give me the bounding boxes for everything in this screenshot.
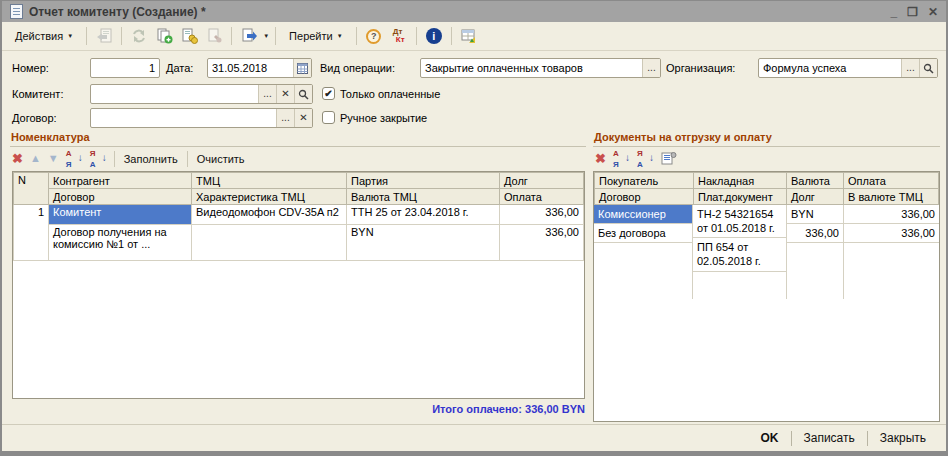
currency-cell[interactable]: BYN bbox=[347, 225, 500, 261]
documents-table-body[interactable]: Комиссионер Без договора ТН-2 54321654 о… bbox=[594, 205, 939, 418]
number-value: 1 bbox=[91, 59, 159, 77]
credit-glyph: Кт bbox=[393, 36, 405, 44]
sort-ascending-icon[interactable]: А Я ↓ bbox=[66, 151, 83, 167]
column-header[interactable]: Договор bbox=[595, 189, 694, 205]
number-field[interactable]: 1 bbox=[90, 58, 160, 78]
clear-table-button[interactable]: Очистить bbox=[195, 151, 247, 167]
tmc-cell[interactable]: Видеодомофон CDV-35A п2 bbox=[192, 205, 347, 225]
operation-kind-value: Закрытие оплаченных товаров bbox=[421, 59, 642, 77]
column-header[interactable]: Долг bbox=[500, 173, 584, 189]
column-header[interactable]: Характеристика ТМЦ bbox=[192, 189, 347, 205]
choose-button[interactable]: ... bbox=[276, 109, 294, 127]
organization-label: Организация: bbox=[666, 58, 735, 78]
paid-only-checkbox[interactable]: ✔ bbox=[322, 87, 335, 100]
committent-field[interactable]: ... ✕ bbox=[90, 84, 313, 104]
write-document-icon[interactable] bbox=[93, 26, 115, 46]
output-icon[interactable] bbox=[238, 26, 260, 46]
actions-menu-button[interactable]: Действия ▼ bbox=[8, 26, 80, 46]
column-header[interactable]: Оплата bbox=[844, 173, 939, 189]
payment-cell[interactable]: 336,00 bbox=[844, 205, 939, 224]
reread-icon[interactable] bbox=[128, 26, 150, 46]
sort-descending-icon[interactable]: Я А ↓ bbox=[90, 151, 107, 167]
move-down-icon[interactable]: ▼ bbox=[48, 153, 59, 164]
counterparty-cell[interactable]: Комитент bbox=[49, 205, 192, 225]
close-button[interactable]: Закрыть bbox=[868, 429, 938, 447]
column-header[interactable]: Валюта ТМЦ bbox=[347, 189, 500, 205]
clear-button[interactable]: ✕ bbox=[276, 85, 294, 103]
column-header[interactable]: N bbox=[14, 173, 49, 205]
window-title: Отчет комитенту (Создание) * bbox=[29, 5, 206, 19]
column-header[interactable]: ТМЦ bbox=[192, 173, 347, 189]
help-icon[interactable]: ? bbox=[363, 26, 385, 46]
payment-document-cell[interactable]: ПП 654 от 02.05.2018 г. bbox=[693, 238, 786, 272]
paid-only-checkbox-label[interactable]: Только оплаченные bbox=[340, 84, 440, 104]
document-window: Отчет комитенту (Создание) * _ ❒ ✕ Дейст… bbox=[0, 0, 948, 456]
magnifier-icon[interactable] bbox=[294, 85, 312, 103]
delete-row-icon[interactable]: ✖ bbox=[12, 152, 23, 165]
minimize-button[interactable]: _ bbox=[890, 5, 897, 19]
invoice-cell[interactable]: ТН-2 54321654 от 01.05.2018 г. bbox=[693, 205, 786, 238]
column-header[interactable]: Накладная bbox=[694, 173, 787, 189]
table-header-row: Договор Плат.документ Долг В валюте ТМЦ bbox=[595, 189, 939, 205]
post-document-icon[interactable] bbox=[178, 26, 200, 46]
save-button[interactable]: Записать bbox=[792, 429, 867, 447]
contract-field[interactable]: ... ✕ bbox=[90, 108, 313, 128]
characteristic-cell[interactable] bbox=[192, 225, 347, 261]
column-header[interactable]: Плат.документ bbox=[694, 189, 787, 205]
nomenclature-table[interactable]: N Контрагент ТМЦ Партия Долг Договор Хар… bbox=[12, 171, 585, 399]
output-dropdown-arrow-icon[interactable]: ▼ bbox=[263, 33, 269, 39]
choose-button[interactable]: ... bbox=[642, 59, 660, 77]
column-header[interactable]: Покупатель bbox=[595, 173, 694, 189]
debt-cell[interactable]: 336,00 bbox=[787, 224, 843, 243]
contract-cell[interactable]: Без договора bbox=[594, 224, 692, 243]
toolbar-separator bbox=[356, 27, 357, 45]
move-up-icon[interactable]: ▲ bbox=[30, 153, 41, 164]
total-paid: Итого оплачено: 336,00 BYN bbox=[10, 403, 585, 415]
column-header[interactable]: Контрагент bbox=[49, 173, 192, 189]
sort-descending-icon[interactable]: Я А ↓ bbox=[637, 151, 654, 167]
operation-kind-field[interactable]: Закрытие оплаченных товаров ... bbox=[420, 58, 661, 78]
go-menu-button[interactable]: Перейти ▼ bbox=[282, 26, 350, 46]
table-row[interactable]: Договор получения на комиссию №1 от ... … bbox=[14, 225, 584, 261]
toolbar-separator bbox=[114, 151, 115, 167]
unpost-document-icon[interactable] bbox=[203, 26, 225, 46]
currency-cell[interactable]: BYN bbox=[787, 205, 843, 224]
fill-button[interactable]: Заполнить bbox=[122, 151, 180, 167]
column-header[interactable]: Оплата bbox=[500, 189, 584, 205]
choose-button[interactable]: ... bbox=[258, 85, 276, 103]
batch-cell[interactable]: ТТН 25 от 23.04.2018 г. bbox=[347, 205, 500, 225]
debt-cell[interactable]: 336,00 bbox=[500, 205, 584, 225]
manual-close-checkbox-label[interactable]: Ручное закрытие bbox=[340, 108, 427, 128]
column-header[interactable]: Партия bbox=[347, 173, 500, 189]
column-header[interactable]: Договор bbox=[49, 189, 192, 205]
copy-icon[interactable] bbox=[153, 26, 175, 46]
sort-ascending-icon[interactable]: А Я ↓ bbox=[613, 151, 630, 167]
column-header[interactable]: В валюте ТМЦ bbox=[844, 189, 939, 205]
info-icon[interactable]: i bbox=[423, 26, 445, 46]
payment-in-tmc-cell[interactable]: 336,00 bbox=[844, 224, 939, 243]
toolbar-separator bbox=[451, 27, 452, 45]
shipment-documents-table[interactable]: Покупатель Накладная Валюта Оплата Догов… bbox=[593, 171, 940, 422]
calendar-icon[interactable] bbox=[293, 59, 311, 77]
choose-button[interactable]: ... bbox=[901, 59, 919, 77]
report-structure-icon[interactable] bbox=[458, 26, 480, 46]
table-row[interactable]: 1 Комитент Видеодомофон CDV-35A п2 ТТН 2… bbox=[14, 205, 584, 225]
magnifier-icon[interactable] bbox=[919, 59, 937, 77]
date-field[interactable]: 31.05.2018 bbox=[207, 58, 312, 78]
delete-row-icon[interactable]: ✖ bbox=[595, 152, 606, 165]
organization-field[interactable]: Формула успеха ... bbox=[758, 58, 938, 78]
row-number-cell[interactable]: 1 bbox=[14, 205, 49, 261]
clear-button[interactable]: ✕ bbox=[294, 109, 312, 127]
list-settings-icon[interactable] bbox=[661, 151, 677, 166]
maximize-button[interactable]: ❒ bbox=[907, 5, 918, 19]
buyer-cell[interactable]: Комиссионер bbox=[594, 205, 692, 224]
posting-result-icon[interactable]: ДтКт bbox=[388, 26, 410, 46]
documents-toolbar: ✖ А Я ↓ Я А ↓ bbox=[593, 147, 940, 170]
ok-button[interactable]: OK bbox=[749, 429, 791, 447]
column-header[interactable]: Валюта bbox=[787, 173, 844, 189]
close-button[interactable]: ✕ bbox=[928, 5, 938, 19]
column-header[interactable]: Долг bbox=[787, 189, 844, 205]
payment-cell[interactable]: 336,00 bbox=[500, 225, 584, 261]
contract-cell[interactable]: Договор получения на комиссию №1 от ... bbox=[49, 225, 192, 261]
manual-close-checkbox[interactable]: ✔ bbox=[322, 111, 335, 124]
